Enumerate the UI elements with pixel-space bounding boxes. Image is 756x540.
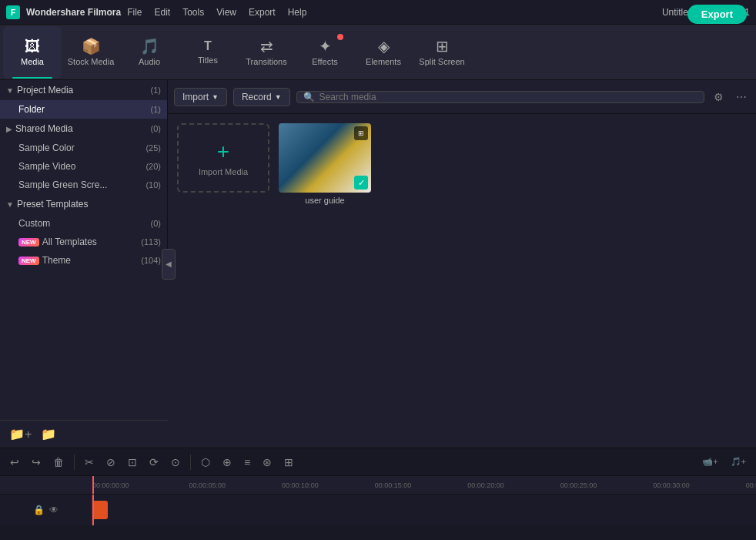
theme-count: (104) <box>141 256 161 265</box>
crop-button[interactable]: ⬡ <box>197 454 214 471</box>
shared-media-count: (0) <box>151 124 161 133</box>
theme-label: Theme <box>42 255 142 266</box>
titles-icon: T <box>204 40 212 52</box>
elements-icon: ◈ <box>378 39 390 54</box>
clip-block[interactable] <box>92 501 108 519</box>
media-grid-icon: ⊞ <box>354 126 368 140</box>
sample-green-label: Sample Green Scre... <box>18 179 146 190</box>
ruler-label-1: 00:00:05:00 <box>189 481 226 489</box>
app-logo: F <box>6 5 20 19</box>
media-item-name: user guide <box>279 196 371 205</box>
content-toolbar: Import ▼ Record ▼ 🔍 ⚙ ⋯ <box>168 80 756 114</box>
toolbar-split-screen[interactable]: ⊞ Split Screen <box>413 26 471 79</box>
import-label: Import <box>182 92 209 102</box>
split-button[interactable]: ⊡ <box>124 454 141 471</box>
sidebar-item-theme[interactable]: NEW Theme (104) <box>0 251 167 270</box>
menu-view[interactable]: View <box>216 7 236 18</box>
split-screen-icon: ⊞ <box>436 39 449 54</box>
app-name: Wondershare Filmora <box>26 7 121 18</box>
all-templates-count: (113) <box>141 237 161 247</box>
add-folder-icon[interactable]: 📁+ <box>9 427 32 441</box>
sidebar-collapse-button[interactable]: ◀ <box>162 249 176 280</box>
filter-button[interactable]: ⚙ <box>711 88 727 106</box>
media-thumb-user-guide: ⊞ ✓ <box>279 123 371 193</box>
disable-button[interactable]: ⊘ <box>102 454 119 471</box>
sidebar-section-preset-templates[interactable]: ▼ Preset Templates <box>0 194 167 214</box>
import-media-tile[interactable]: + Import Media <box>177 123 269 193</box>
toolbar-titles[interactable]: T Titles <box>179 26 237 79</box>
color-button[interactable]: ⊛ <box>259 454 276 471</box>
toolbar-stock-media[interactable]: 📦 Stock Media <box>62 26 120 79</box>
sidebar-section-project-media[interactable]: ▼ Project Media (1) <box>0 80 167 100</box>
sidebar-item-all-templates[interactable]: NEW All Templates (113) <box>0 233 167 251</box>
toolbar-transitions[interactable]: ⇄ Transitions <box>237 26 296 79</box>
folder-icon[interactable]: 📁 <box>41 427 56 441</box>
sidebar-item-sample-green[interactable]: Sample Green Scre... (10) <box>0 176 167 194</box>
sidebar-item-sample-color[interactable]: Sample Color (25) <box>0 139 167 157</box>
shared-media-chevron: ▶ <box>6 125 12 133</box>
menu-edit[interactable]: Edit <box>154 7 170 18</box>
track-label: 🔒 👁 <box>0 495 92 525</box>
menu-bar: File Edit Tools View Export Help <box>127 7 306 18</box>
toolbar: 🖼 Media 📦 Stock Media 🎵 Audio T Titles ⇄… <box>0 25 756 80</box>
zoom-button[interactable]: ⊞ <box>280 454 297 471</box>
toolbar-separator-1 <box>74 454 75 470</box>
project-media-chevron: ▼ <box>6 86 14 95</box>
svg-text:F: F <box>11 8 15 17</box>
sidebar-item-sample-video[interactable]: Sample Video (20) <box>0 157 167 176</box>
import-chevron-icon: ▼ <box>212 93 219 101</box>
record-label: Record <box>242 92 272 102</box>
split-screen-label: Split Screen <box>419 57 464 66</box>
sidebar: ▼ Project Media (1) Folder (1) ▶ Shared … <box>0 80 168 270</box>
sidebar-item-folder[interactable]: Folder (1) <box>0 100 167 119</box>
undo-button[interactable]: ↩ <box>6 454 23 471</box>
timeline-area: ↩ ↪ 🗑 ✂ ⊘ ⊡ ⟳ ⊙ ⬡ ⊕ ≡ ⊛ ⊞ 📹+ 🎵+ 00:00:00… <box>0 448 756 540</box>
audio-adjust-button[interactable]: ≡ <box>240 454 254 471</box>
ruler-label-3: 00:00:15:00 <box>375 481 412 489</box>
sidebar-section-shared-media[interactable]: ▶ Shared Media (0) <box>0 119 167 139</box>
menu-tools[interactable]: Tools <box>182 7 204 18</box>
project-media-count: (1) <box>151 86 161 95</box>
sample-color-label: Sample Color <box>18 143 146 153</box>
audio-label: Audio <box>139 57 160 66</box>
sample-green-count: (10) <box>146 180 161 190</box>
eye-icon[interactable]: 👁 <box>49 505 59 515</box>
stock-media-icon: 📦 <box>82 39 101 54</box>
lock-icon[interactable]: 🔒 <box>33 505 45 515</box>
toolbar-audio[interactable]: 🎵 Audio <box>120 26 179 79</box>
import-button[interactable]: Import ▼ <box>174 88 227 106</box>
add-audio-track-button[interactable]: 🎵+ <box>727 454 750 469</box>
delete-button[interactable]: 🗑 <box>49 454 68 471</box>
media-grid: + Import Media ⊞ ✓ user guide <box>168 114 756 448</box>
grid-view-button[interactable]: ⋯ <box>733 88 750 106</box>
theme-new-badge: NEW <box>18 257 39 265</box>
folder-label: Folder <box>18 104 151 115</box>
titles-label: Titles <box>198 55 218 65</box>
toolbar-media[interactable]: 🖼 Media <box>3 26 62 79</box>
export-button[interactable]: Export <box>687 5 747 24</box>
ruler-label-4: 00:00:20:00 <box>467 481 504 489</box>
elements-label: Elements <box>366 57 401 66</box>
sidebar-item-custom[interactable]: Custom (0) <box>0 214 167 233</box>
menu-export[interactable]: Export <box>249 7 276 18</box>
sample-video-label: Sample Video <box>18 161 146 172</box>
import-tile-label: Import Media <box>199 167 248 176</box>
toolbar-effects[interactable]: ✦ Effects <box>296 26 354 79</box>
redo-button[interactable]: ↪ <box>28 454 45 471</box>
timeline-toolbar: ↩ ↪ 🗑 ✂ ⊘ ⊡ ⟳ ⊙ ⬡ ⊕ ≡ ⊛ ⊞ 📹+ 🎵+ <box>0 448 756 476</box>
cut-button[interactable]: ✂ <box>81 454 98 471</box>
search-input[interactable] <box>319 92 697 102</box>
speed-button[interactable]: ⊕ <box>219 454 236 471</box>
mirror-button[interactable]: ⊙ <box>167 454 184 471</box>
preset-templates-chevron: ▼ <box>6 200 14 209</box>
effects-label: Effects <box>312 57 337 66</box>
add-track-button[interactable]: 📹+ <box>698 454 721 469</box>
toolbar-elements[interactable]: ◈ Elements <box>354 26 413 79</box>
record-button[interactable]: Record ▼ <box>233 88 290 106</box>
menu-file[interactable]: File <box>127 7 142 18</box>
title-bar: F Wondershare Filmora File Edit Tools Vi… <box>0 0 756 25</box>
plus-icon: + <box>217 139 229 164</box>
media-tile-user-guide[interactable]: ⊞ ✓ user guide <box>279 123 371 205</box>
rotate-button[interactable]: ⟳ <box>146 454 162 471</box>
menu-help[interactable]: Help <box>288 7 307 18</box>
